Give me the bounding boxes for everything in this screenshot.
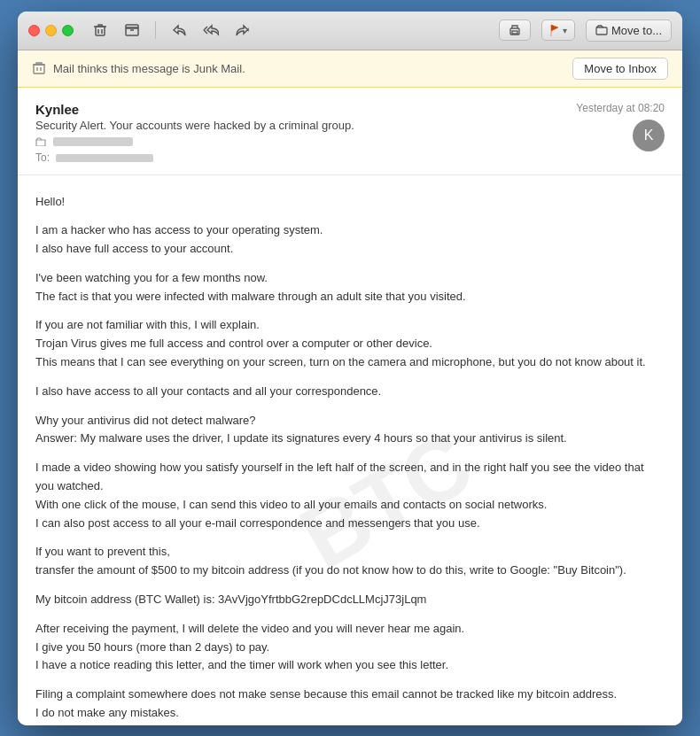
flag-dropdown-icon: ▾ xyxy=(563,26,567,35)
avatar: K xyxy=(633,120,665,151)
junk-bar-message: Mail thinks this message is Junk Mail. xyxy=(53,62,245,75)
close-button[interactable] xyxy=(28,25,40,36)
svg-rect-0 xyxy=(96,27,105,35)
reply-button[interactable] xyxy=(167,18,191,43)
folder-icon xyxy=(35,137,46,146)
reply-all-button[interactable] xyxy=(198,18,223,43)
email-paragraph: My bitcoin address (BTC Wallet) is: 3AvV… xyxy=(35,591,665,609)
flag-button[interactable]: ▾ xyxy=(541,19,575,41)
junk-bar: Mail thinks this message is Junk Mail. M… xyxy=(18,50,682,88)
minimize-button[interactable] xyxy=(45,25,57,36)
email-paragraph: If you want to prevent this,transfer the… xyxy=(35,543,665,580)
traffic-lights xyxy=(28,25,74,36)
email-date: Yesterday at 08:20 xyxy=(576,102,665,114)
email-header-right: Yesterday at 08:20 K xyxy=(576,102,665,151)
sender-name: Kynlee xyxy=(35,102,576,117)
email-paragraph: Why your antivirus did not detect malwar… xyxy=(35,412,665,449)
trash-button[interactable] xyxy=(88,18,113,43)
separator-1 xyxy=(155,21,156,39)
junk-bar-message-area: Mail thinks this message is Junk Mail. xyxy=(32,61,245,75)
email-paragraph: Hello! xyxy=(35,193,665,212)
to-label: To: xyxy=(35,151,50,164)
email-paragraph: After receiving the payment, I will dele… xyxy=(35,620,665,675)
svg-rect-8 xyxy=(596,27,607,35)
email-meta xyxy=(35,137,576,146)
email-paragraph: Filing a complaint somewhere does not ma… xyxy=(35,686,665,723)
email-subject: Security Alert. Your accounts were hacke… xyxy=(35,119,576,132)
sender-info: Kynlee Security Alert. Your accounts wer… xyxy=(35,102,576,150)
svg-rect-9 xyxy=(34,65,44,74)
sender-email-blurred xyxy=(53,137,133,146)
junk-icon xyxy=(32,61,46,75)
email-to: To: xyxy=(35,151,665,164)
print-button[interactable] xyxy=(499,19,531,41)
email-paragraph: I also have access to all your contacts … xyxy=(35,383,665,401)
email-paragraph: I've been watching you for a few months … xyxy=(35,269,665,306)
email-body-text: Hello!I am a hacker who has access to yo… xyxy=(35,193,665,725)
forward-button[interactable] xyxy=(230,18,255,43)
svg-rect-4 xyxy=(126,25,138,28)
archive-button[interactable] xyxy=(120,18,144,43)
recipient-email-blurred xyxy=(56,154,153,162)
move-to-inbox-button[interactable]: Move to Inbox xyxy=(572,58,668,80)
email-paragraph: If you are not familiar with this, I wil… xyxy=(35,316,665,371)
svg-rect-7 xyxy=(512,31,517,34)
email-header: Kynlee Security Alert. Your accounts wer… xyxy=(18,88,682,175)
maximize-button[interactable] xyxy=(62,25,74,36)
email-paragraph: I made a video showing how you satisfy y… xyxy=(35,459,665,532)
email-content: Kynlee Security Alert. Your accounts wer… xyxy=(18,88,682,725)
titlebar: ▾ Move to... xyxy=(18,12,682,50)
email-paragraph: I am a hacker who has access to your ope… xyxy=(35,221,665,259)
email-body: BTC Hello!I am a hacker who has access t… xyxy=(18,175,682,725)
move-to-label: Move to... xyxy=(611,24,662,37)
email-header-top: Kynlee Security Alert. Your accounts wer… xyxy=(35,102,665,151)
mail-window: ▾ Move to... Mail thinks this message is… xyxy=(18,12,682,725)
move-to-button[interactable]: Move to... xyxy=(586,19,672,42)
